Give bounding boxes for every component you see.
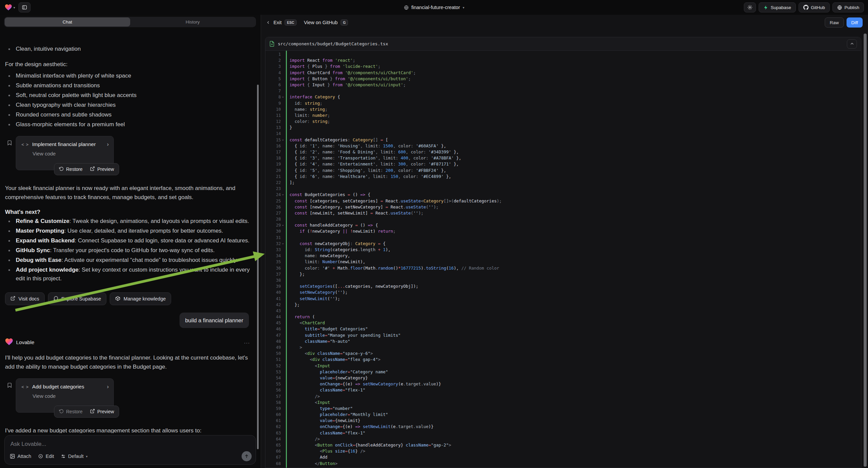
code-line: 59 type="number" — [266, 406, 861, 412]
line-number: 23 — [266, 186, 281, 192]
line-number: 64 — [266, 436, 281, 442]
code-line: 14 — [266, 130, 861, 137]
fold-chevron-icon[interactable]: › — [280, 96, 285, 98]
exit-button[interactable]: Exit ESC — [267, 20, 297, 26]
chat-tabs: Chat History — [4, 17, 256, 27]
supabase-button[interactable]: Supabase — [758, 2, 796, 12]
line-number: 34 — [266, 253, 281, 259]
chat-bullet-list: Clean, intuitive navigation — [5, 45, 251, 53]
code-line: 48 className="h-auto" — [266, 339, 861, 345]
chevron-up-icon — [850, 41, 854, 46]
file-added-icon — [270, 41, 275, 47]
code-line: 3import { Plus } from 'lucide-react'; — [266, 63, 861, 69]
bookmark-icon[interactable] — [7, 140, 12, 170]
manage-knowledge-button[interactable]: Manage knowledge — [110, 292, 171, 305]
chat-paragraph: Your sleek financial planner is now read… — [5, 184, 251, 202]
chat-message-list[interactable]: Clean, intuitive navigationFor the desig… — [0, 43, 257, 433]
line-number: 6 — [266, 82, 281, 88]
package-icon — [115, 296, 120, 302]
code-line: 28 — [266, 216, 861, 222]
explore-supabase-button[interactable]: Explore Supabase — [48, 292, 107, 305]
line-number: 2 — [266, 57, 281, 63]
publish-button[interactable]: Publish — [832, 2, 864, 12]
line-number: 20 — [266, 168, 281, 174]
line-number: 63 — [266, 430, 281, 436]
send-button[interactable] — [242, 451, 252, 461]
preview-button[interactable]: Preview — [86, 407, 118, 416]
fold-chevron-icon[interactable]: › — [280, 194, 285, 196]
code-line: 26 const [newCategory, setNewCategory] =… — [266, 204, 861, 210]
chat-paragraph: I'll help you add budget categories to t… — [5, 353, 251, 371]
tool-call-card[interactable]: < >Add budget categories›View codeRestor… — [16, 378, 114, 413]
preview-button[interactable]: Preview — [86, 165, 118, 174]
code-line: 9 id: string; — [266, 100, 861, 107]
code-line: 17 { id: '2', name: 'Food & Dining', lim… — [266, 149, 861, 155]
message-circle-icon — [53, 296, 58, 302]
code-line: 32› const newCategoryObj: Category = { — [266, 241, 861, 247]
tool-call-card[interactable]: < >Implement financial planner›View code… — [16, 136, 114, 170]
line-number: 62 — [266, 424, 281, 430]
tab-chat[interactable]: Chat — [5, 18, 130, 27]
chat-input[interactable]: Ask Lovable... — [10, 441, 46, 447]
chat-composer[interactable]: Ask Lovable... Attach Edit Default ▾ — [4, 435, 256, 465]
fold-chevron-icon[interactable]: › — [280, 243, 285, 245]
fold-chevron-icon[interactable]: › — [280, 224, 285, 227]
code-line: 37 }; — [266, 271, 861, 277]
file-path: src/components/budget/BudgetCategories.t… — [278, 41, 388, 46]
bullet-icon — [8, 114, 10, 116]
line-number: 9 — [266, 100, 281, 107]
attach-button[interactable]: Attach — [10, 454, 31, 459]
visit-docs-button[interactable]: Visit docs — [5, 292, 44, 305]
view-on-github-button[interactable]: View on GitHub G — [304, 20, 348, 26]
tab-history[interactable]: History — [130, 18, 256, 27]
chat-bullet-list: Minimalist interface with plenty of whit… — [5, 71, 251, 129]
edit-mode-button[interactable]: Edit — [38, 454, 54, 459]
code-view-panel: Exit ESC View on GitHub G Raw Diff src/c… — [261, 15, 868, 468]
message-menu-button[interactable]: ··· — [244, 340, 250, 346]
sidebar-toggle-button[interactable] — [19, 2, 31, 12]
external-link-icon — [90, 409, 95, 415]
code-line: 66 <Plus size={16} /> — [266, 448, 861, 454]
code-line: 38 — [266, 277, 861, 283]
code-line: 13} — [266, 124, 861, 130]
list-item: Minimalist interface with plenty of whit… — [5, 71, 251, 80]
code-line: 1 — [266, 51, 861, 57]
code-line: 64 /> — [266, 436, 861, 442]
code-line: 61 value={newLimit} — [266, 418, 861, 424]
project-name: financial-future-creator — [411, 5, 460, 10]
code-scrollbar[interactable] — [864, 34, 867, 467]
globe-icon — [837, 5, 842, 10]
code-view-header: Exit ESC View on GitHub G Raw Diff — [261, 15, 868, 30]
code-editor[interactable]: 12import React from 'react';3import { Pl… — [266, 51, 861, 468]
code-line: 29› const handleAddCategory = () => { — [266, 222, 861, 228]
list-item: Glass-morphic elements for a premium fee… — [5, 120, 251, 129]
chat-scrollbar[interactable] — [257, 85, 259, 449]
line-number: 60 — [266, 412, 281, 418]
restore-button[interactable]: Restore — [55, 407, 86, 416]
collapse-file-button[interactable] — [847, 39, 857, 49]
code-line: 10 name: string; — [266, 107, 861, 113]
line-number: 43 — [266, 308, 281, 314]
view-code-link[interactable]: View code — [33, 151, 109, 156]
chat-heading: What's next? — [5, 209, 251, 215]
line-number: 16 — [266, 143, 281, 149]
bookmark-icon[interactable] — [7, 382, 12, 413]
lovable-logo-icon[interactable]: ▾ — [5, 4, 15, 11]
list-item: Master Prompting: Use clear, detailed, a… — [5, 227, 251, 235]
view-code-link[interactable]: View code — [33, 393, 109, 399]
code-line: 57 /> — [266, 393, 861, 400]
settings-button[interactable] — [744, 2, 756, 12]
line-number: 41 — [266, 296, 281, 302]
diff-toggle-button[interactable]: Diff — [846, 18, 863, 28]
restore-button[interactable]: Restore — [55, 165, 86, 174]
github-button[interactable]: GitHub — [799, 2, 830, 12]
line-number: 25 — [266, 198, 281, 204]
fold-chevron-icon[interactable]: › — [280, 139, 285, 141]
model-selector[interactable]: Default ▾ — [61, 454, 88, 459]
list-item: Soft, neutral color palette with light b… — [5, 91, 251, 100]
raw-toggle-button[interactable]: Raw — [825, 18, 844, 28]
project-switcher[interactable]: financial-future-creator ▾ — [404, 0, 464, 15]
file-header[interactable]: src/components/budget/BudgetCategories.t… — [266, 37, 861, 51]
code-line: 63 className="flex-1" — [266, 430, 861, 436]
code-line: 67 Add — [266, 454, 861, 460]
